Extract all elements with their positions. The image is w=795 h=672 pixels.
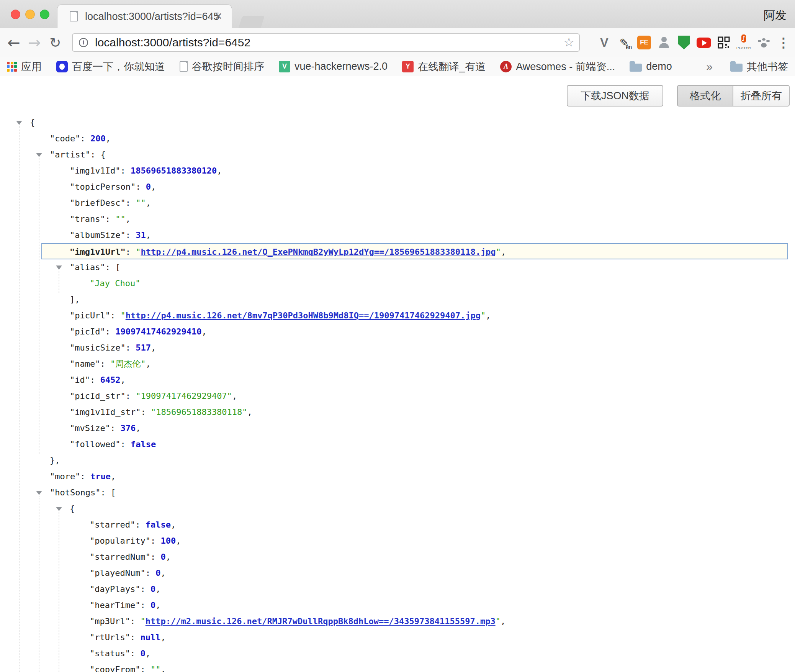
collapse-caret-icon[interactable] [56,507,62,511]
json-line: "more": true, [0,469,795,485]
json-token: "周杰伦" [110,359,146,369]
bookmark-google-sort[interactable]: 谷歌按时间排序 [180,60,264,74]
json-token: : [141,407,151,417]
qrcode-extension-button[interactable] [715,32,732,53]
baidu-icon [56,61,68,72]
url-bar[interactable]: i localhost:3000/artists?id=6452 ☆ [72,33,580,52]
vue-icon: V [279,61,290,72]
json-tree: {"code": 200,"artist": {"img1v1Id": 1856… [0,115,795,672]
json-token: : [130,616,141,626]
json-token: , [146,359,150,369]
json-token: "hearTime" [90,600,140,610]
json-token: "picId_str" [70,391,126,401]
json-token: "18569651883380118" [151,407,247,417]
json-token: "starredNum" [90,552,150,562]
collapse-caret-icon[interactable] [56,266,62,270]
bookmark-vue-hackernews[interactable]: V vue-hackernews-2.0 [279,61,388,72]
json-line: "popularity": 100, [0,533,795,549]
translate-extension-button[interactable]: ✎en [616,32,633,53]
json-line: "picUrl": "http://p4.music.126.net/8mv7q… [0,308,795,324]
json-token: , [155,600,160,610]
json-token: "" [115,214,126,224]
collapse-caret-icon[interactable] [36,153,42,157]
collapse-all-button[interactable]: 折叠所有 [733,85,790,107]
other-bookmarks-folder[interactable]: 其他书签 [730,60,788,74]
profile-name[interactable]: 阿发 [764,8,787,23]
json-token: , [166,552,171,562]
bookmarks-overflow-chevron-icon[interactable]: » [706,60,713,73]
view-mode-switch: 格式化 折叠所有 [677,85,790,107]
json-line: "trans": "", [0,211,795,227]
json-url-link[interactable]: http://p4.music.126.net/Q_ExePNkmqB2yWyL… [141,247,496,257]
json-url-link[interactable]: http://m2.music.126.net/RMJR7wDullRqppBk… [146,616,496,626]
json-line: "playedNum": 0, [0,565,795,581]
json-token: , [126,214,131,224]
tab-close-icon[interactable]: ✕ [214,11,222,22]
json-token: : { [90,150,106,159]
back-button[interactable]: ← [4,28,24,57]
video-extension-button[interactable] [695,32,712,53]
json-line: "dayPlays": 0, [0,581,795,597]
json-token: 0 [160,552,165,562]
json-line: }, [0,452,795,469]
json-line: "hotSongs": [ [0,485,795,501]
json-token: "copyFrom" [90,665,140,672]
collapse-caret-icon[interactable] [16,121,22,125]
close-window-button[interactable] [11,10,20,19]
new-tab-button[interactable] [239,16,265,28]
bookmark-label: 在线翻译_有道 [418,60,486,74]
json-line: "copyFrom": "", [0,662,795,672]
shield-icon [678,36,690,49]
paw-extension-button[interactable] [755,32,772,53]
json-line: "mp3Url": "http://m2.music.126.net/RMJR7… [0,613,795,629]
page-info-icon[interactable]: i [79,38,88,47]
json-token: , [486,311,491,320]
json-url-link[interactable]: http://p4.music.126.net/8mv7qP30Pd3oHW8b… [126,311,481,320]
json-token: "19097417462929407" [136,391,232,401]
bookmark-demo-folder[interactable]: demo [630,61,672,72]
json-line: "status": 0, [0,646,795,662]
download-json-button[interactable]: 下载JSON数据 [567,85,663,107]
reload-button[interactable]: ↻ [45,28,65,57]
navigation-bar: ← → ↻ i localhost:3000/artists?id=6452 ☆… [0,28,795,57]
json-token: 0 [150,600,155,610]
adblock-extension-button[interactable] [676,32,692,53]
page-favicon-icon [70,11,78,21]
json-line: "Jay Chou" [0,275,795,292]
json-token: 0 [150,584,155,594]
json-token: "picId" [70,327,105,336]
json-token: false [146,520,171,529]
url-text[interactable]: localhost:3000/artists?id=6452 [95,34,250,51]
json-token: , [176,536,181,546]
json-token: , [501,247,506,257]
json-token: , [106,134,111,143]
json-token: : [140,600,150,610]
bookmark-star-icon[interactable]: ☆ [563,35,574,49]
json-token: : [150,536,161,546]
minimize-window-button[interactable] [25,10,35,19]
bookmark-awesomes[interactable]: A Awesomes - 前端资... [500,60,615,74]
zoom-window-button[interactable] [40,10,49,19]
player-extension-button[interactable]: ♪ PLAYER [735,32,752,53]
chrome-menu-button[interactable]: ⋮ [775,32,792,53]
json-line: "artist": { [0,147,795,163]
json-token: }, [50,456,60,465]
json-token: "Jay Chou" [90,279,140,288]
json-token: "followed" [70,439,120,449]
bookmark-apps[interactable]: 应用 [7,60,42,74]
json-token: "id" [70,375,90,385]
json-token: null [140,633,160,642]
collapse-caret-icon[interactable] [36,491,42,495]
bookmark-baidu[interactable]: 百度一下，你就知道 [56,60,165,74]
json-token: : [120,439,131,449]
format-button[interactable]: 格式化 [677,85,733,107]
fe-extension-button[interactable]: FE [636,32,653,53]
json-token: ], [70,295,80,304]
proxy-extension-button[interactable] [656,32,672,53]
json-line: "img1v1Id_str": "18569651883380118", [0,404,795,420]
vimium-extension-button[interactable]: V [596,32,613,53]
json-token: , [146,230,151,240]
bookmark-youdao-translate[interactable]: Y 在线翻译_有道 [402,60,486,74]
browser-tab[interactable]: localhost:3000/artists?id=645 ✕ [57,5,232,28]
json-token: " [140,616,145,626]
